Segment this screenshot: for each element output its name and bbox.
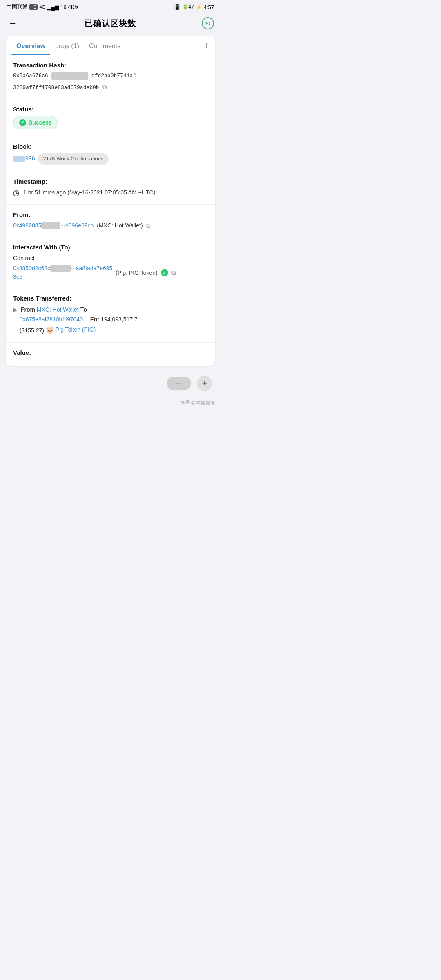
from-value: 0x4982085············d896e89cb (MXC: Hot…: [13, 221, 207, 231]
tokens-value: ▶ From MXC: Hot Wallet To 0x675e8af7810b…: [13, 305, 207, 336]
timestamp-row: Timestamp: 1 hr 51 mins ago (May-16-2021…: [6, 172, 215, 205]
transaction-hash-label: Transaction Hash:: [13, 62, 207, 69]
pig-emoji-icon: 🐷: [46, 325, 54, 336]
hash-blurred: ··········: [51, 72, 88, 80]
contract-addr-part3: 8e5: [13, 274, 22, 280]
status-right: 📳 🔋47 ⚡ 4:57: [174, 4, 214, 10]
hash-part1: 0x5a6a676c6: [13, 72, 48, 80]
tokens-from-label: From: [21, 306, 37, 313]
timestamp-text: 1 hr 51 mins ago (May-16-2021 07:05:05 A…: [23, 188, 155, 197]
block-value: ·····996 2178 Block Confirmations: [13, 153, 207, 165]
tokens-for-label: For: [90, 316, 101, 323]
status-value: ✓ Success: [13, 116, 207, 129]
more-actions-label: ···: [176, 380, 181, 387]
block-label: Block:: [13, 143, 207, 150]
clock-icon: [13, 190, 19, 196]
pig-token-link[interactable]: Pig Token (PIG): [56, 325, 96, 335]
tokens-usd: ($155.27): [20, 327, 44, 334]
add-button[interactable]: +: [197, 376, 212, 391]
block-number-link[interactable]: ·····996: [13, 154, 35, 163]
status-bar: 中国联通 HD 4G ▂▄▆ 19.4K/s 📳 🔋47 ⚡ 4:57: [0, 0, 220, 12]
contract-address-link[interactable]: 0x8850d2c68c············aa8fada7e695 8e5: [13, 264, 112, 281]
network-badge: 4G: [39, 4, 45, 9]
transaction-hash-row: Transaction Hash: 0x5a6a676c6··········o…: [6, 55, 215, 99]
success-text: Success: [29, 118, 52, 127]
contract-addr-part1: 0x8850d2c68c: [13, 265, 50, 272]
copy-hash-button[interactable]: ⧉: [102, 83, 107, 93]
pig-token-info: 🐷 Pig Token (PIG): [46, 325, 96, 336]
from-addr-blurred: ·········: [41, 222, 60, 229]
back-button[interactable]: ←: [7, 16, 19, 30]
speed-text: 19.4K/s: [60, 4, 78, 10]
block-number-text: 996: [25, 155, 35, 162]
battery-icon: 🔋47: [182, 4, 194, 10]
page-title: 已确认区块数: [85, 18, 136, 29]
signal-icon: ▂▄▆: [47, 4, 59, 10]
top-nav: ← 已确认区块数 ↻: [0, 12, 220, 36]
contract-address-line: 0x8850d2c68c············aa8fada7e695 8e5…: [13, 264, 207, 281]
contract-label: Contract: [13, 254, 207, 263]
status-label: Status:: [13, 106, 207, 113]
value-label: Value:: [13, 349, 207, 356]
tab-overview[interactable]: Overview: [11, 36, 50, 55]
status-row: Status: ✓ Success: [6, 99, 215, 136]
from-label: From:: [13, 211, 207, 218]
block-row: Block: ·····996 2178 Block Confirmations: [6, 136, 215, 172]
watermark: 知乎 @bbgggghj: [0, 398, 220, 409]
check-circle-icon: ✓: [19, 119, 26, 126]
plus-icon: +: [202, 378, 207, 389]
interacted-row: Interacted With (To): Contract 0x8850d2c…: [6, 237, 215, 288]
from-address-link[interactable]: 0x4982085············d896e89cb: [13, 221, 94, 230]
interacted-label: Interacted With (To):: [13, 244, 207, 251]
status-left: 中国联通 HD 4G ▂▄▆ 19.4K/s: [7, 3, 78, 11]
copy-contract-button[interactable]: ⧉: [172, 268, 176, 278]
vibrate-icon: 📳: [174, 4, 180, 10]
interacted-value: Contract 0x8850d2c68c············aa8fada…: [13, 254, 207, 281]
hd-badge: HD: [29, 4, 38, 10]
more-actions-button[interactable]: ···: [167, 377, 191, 390]
verified-check-icon: ✓: [161, 269, 168, 276]
tokens-row: Tokens Transferred: ▶ From MXC: Hot Wall…: [6, 288, 215, 343]
tokens-to-label: To: [80, 306, 87, 313]
expand-arrow-icon[interactable]: ▶: [13, 305, 18, 315]
block-confirmations-badge: 2178 Block Confirmations: [38, 153, 108, 165]
transaction-hash-value: 0x5a6a676c6··········ofd2ab0b7741a4 3289…: [13, 72, 207, 92]
timestamp-value: 1 hr 51 mins ago (May-16-2021 07:05:05 A…: [13, 188, 207, 198]
hash-part3: 3289af7ff1708e83ad679adeb0b: [13, 84, 99, 92]
from-addr-part1: 0x4982085: [13, 222, 41, 229]
tab-logs[interactable]: Logs (1): [50, 36, 84, 55]
refresh-icon: ↻: [204, 19, 212, 28]
contract-addr-blurred: ·········: [50, 265, 71, 272]
hash-part2: ofd2ab0b7741a4: [91, 72, 136, 80]
success-badge: ✓ Success: [13, 116, 58, 129]
contract-name-text: (Pig: PIG Token): [116, 269, 157, 277]
tab-comments[interactable]: Comments: [84, 36, 125, 55]
contract-addr-part2: ···aa8fada7e695: [71, 265, 112, 272]
bottom-bar: ··· +: [0, 372, 220, 398]
tokens-amount: 194,093,517.7: [101, 316, 138, 323]
copy-from-button[interactable]: ⧉: [146, 221, 151, 231]
value-row: Value:: [6, 343, 215, 366]
tokens-label: Tokens Transferred:: [13, 295, 207, 302]
tabs-bar: Overview Logs (1) Comments: [6, 36, 215, 55]
tabs-more-button[interactable]: [204, 39, 209, 52]
time-text: 4:57: [204, 4, 214, 10]
from-row: From: 0x4982085············d896e89cb (MX…: [6, 205, 215, 238]
main-card: Overview Logs (1) Comments Transaction H…: [6, 36, 215, 366]
more-dots-icon: [206, 43, 207, 48]
timestamp-label: Timestamp:: [13, 178, 207, 185]
from-addr-part2: ···d896e89cb: [60, 222, 94, 229]
charging-icon: ⚡: [196, 4, 202, 10]
tokens-from-address[interactable]: MXC: Hot Wallet: [37, 306, 79, 313]
carrier-text: 中国联通: [7, 3, 28, 11]
tokens-to-address[interactable]: 0x675e8af7810b1f97040…: [20, 316, 89, 323]
from-name-text: (MXC: Hot Wallet): [97, 221, 143, 230]
refresh-button[interactable]: ↻: [202, 17, 214, 29]
